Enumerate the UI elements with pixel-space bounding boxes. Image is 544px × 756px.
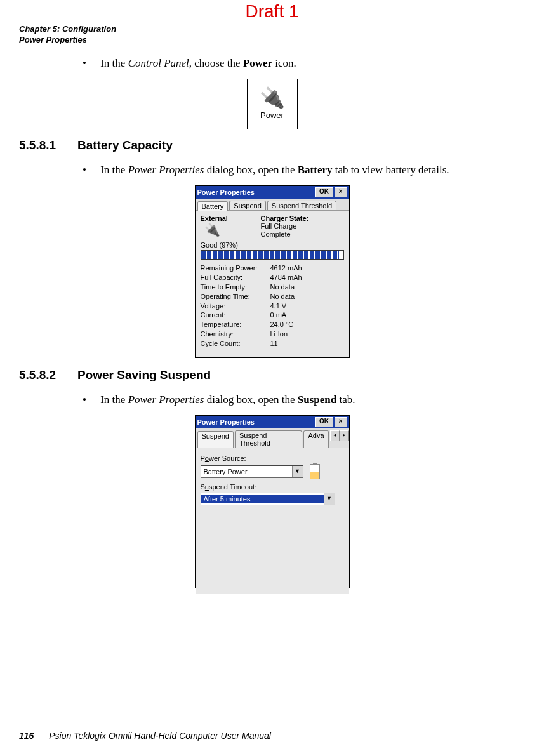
stat-k: Remaining Power: <box>201 263 270 273</box>
suspend-timeout-combo[interactable]: After 5 minutes ▼ <box>201 493 335 505</box>
page-footer: 116 Psion Teklogix Omnii Hand-Held Compu… <box>19 731 271 741</box>
titlebar: Power Properties OK × <box>196 186 349 199</box>
tab-suspend[interactable]: Suspend <box>229 201 265 210</box>
b2-post: tab to view battery details. <box>333 164 449 176</box>
bullet-3: • In the Power Properties dialog box, op… <box>83 394 525 406</box>
tab-suspend-threshold[interactable]: Suspend Threshold <box>267 201 336 210</box>
power-icon-tile[interactable]: 🔌 Power <box>247 79 298 129</box>
tab-suspend-threshold[interactable]: Suspend Threshold <box>235 430 302 448</box>
charger-line1: Full Charge <box>261 222 309 230</box>
stat-v: 24.0 °C <box>270 320 344 329</box>
ok-button[interactable]: OK <box>315 417 333 427</box>
b2-bold: Battery <box>298 164 333 176</box>
stat-v: 4.1 V <box>270 302 344 311</box>
chapter-header: Chapter 5: Configuration Power Propertie… <box>19 24 525 46</box>
b1-post: icon. <box>272 57 296 69</box>
footer-text: Psion Teklogix Omnii Hand-Held Computer … <box>49 731 271 741</box>
good-percent: Good (97%) <box>201 241 344 249</box>
dialog-title: Power Properties <box>197 418 314 426</box>
power-icon-label: Power <box>260 110 284 120</box>
combo-value: Battery Power <box>201 468 292 475</box>
power-properties-suspend-dialog: Power Properties OK × Suspend Suspend Th… <box>195 415 350 588</box>
stat-k: Voltage: <box>201 302 270 311</box>
lbl-part: spend Timeout: <box>209 483 256 491</box>
sec2-title: Power Saving Suspend <box>77 368 211 381</box>
dialog-title: Power Properties <box>197 189 314 196</box>
b1-ital: Control Panel <box>128 57 189 69</box>
stat-v: 11 <box>270 339 344 348</box>
stat-k: Current: <box>201 310 270 320</box>
power-source-combo[interactable]: Battery Power ▼ <box>201 465 303 478</box>
tab-scroll-left[interactable]: ◂ <box>330 430 340 441</box>
power-plug-icon: 🔌 <box>260 88 285 108</box>
stat-v: 0 mA <box>270 310 344 320</box>
battery-icon <box>310 464 320 479</box>
stat-k: Chemistry: <box>201 329 270 339</box>
power-properties-battery-dialog: Power Properties OK × Battery Suspend Su… <box>195 185 350 358</box>
stat-v: 4784 mAh <box>270 273 344 282</box>
tab-row: Battery Suspend Suspend Threshold <box>196 199 349 211</box>
stat-k: Time to Empty: <box>201 282 270 292</box>
stat-k: Cycle Count: <box>201 339 270 348</box>
stat-v: No data <box>270 292 344 302</box>
sec2-num: 5.5.8.2 <box>19 368 77 382</box>
suspend-timeout-label: Suspend Timeout: <box>201 483 344 491</box>
section-5581: 5.5.8.1Battery Capacity <box>19 138 525 152</box>
charger-state-label: Charger State: <box>261 215 309 222</box>
external-label: External <box>201 215 261 222</box>
b1-bold: Power <box>243 57 272 69</box>
plug-icon: 🔌 <box>204 223 261 236</box>
sec1-num: 5.5.8.1 <box>19 138 77 152</box>
bullet-2: • In the Power Properties dialog box, op… <box>83 164 525 176</box>
chapter-line2: Power Properties <box>19 35 525 46</box>
power-source-label: Power Source: <box>201 454 344 462</box>
sec1-title: Battery Capacity <box>77 138 173 152</box>
chapter-line1: Chapter 5: Configuration <box>19 24 525 35</box>
lbl-part: P <box>201 454 205 462</box>
stat-v: No data <box>270 282 344 292</box>
battery-stats: Remaining Power:4612 mAh Full Capacity:4… <box>201 263 344 348</box>
close-button[interactable]: × <box>335 187 347 197</box>
b3-pre: In the <box>100 394 128 406</box>
stat-v: Li-Ion <box>270 329 344 339</box>
b1-pre: In the <box>100 57 128 69</box>
b2-pre: In the <box>100 164 128 176</box>
chevron-down-icon[interactable]: ▼ <box>292 466 303 477</box>
lbl-part: wer Source: <box>209 454 246 462</box>
bullet-dot: • <box>83 57 86 69</box>
b3-post: tab. <box>336 394 355 406</box>
draft-watermark: Draft 1 <box>0 1 544 22</box>
stat-k: Full Capacity: <box>201 273 270 282</box>
b3-ital: Power Properties <box>128 394 204 406</box>
lbl-part: S <box>201 483 205 491</box>
tab-suspend[interactable]: Suspend <box>197 431 234 448</box>
ok-button[interactable]: OK <box>315 187 333 197</box>
charger-line2: Complete <box>261 230 309 239</box>
b3-bold: Suspend <box>298 394 336 406</box>
stat-v: 4612 mAh <box>270 263 344 273</box>
dialog-body: Power Source: Battery Power ▼ Suspend Ti… <box>196 448 349 594</box>
b3-mid: dialog box, open the <box>204 394 297 406</box>
battery-progress <box>201 250 344 260</box>
tab-battery[interactable]: Battery <box>197 201 229 211</box>
b2-ital: Power Properties <box>128 164 204 176</box>
b1-mid: , choose the <box>189 57 243 69</box>
titlebar: Power Properties OK × <box>196 416 349 428</box>
tab-advanced[interactable]: Adva <box>303 430 328 448</box>
combo-value: After 5 minutes <box>201 495 324 503</box>
chevron-down-icon[interactable]: ▼ <box>324 493 335 505</box>
bullet-dot: • <box>83 394 86 406</box>
b2-mid: dialog box, open the <box>204 164 297 176</box>
section-5582: 5.5.8.2Power Saving Suspend <box>19 368 525 382</box>
close-button[interactable]: × <box>335 417 347 427</box>
bullet-1: • In the Control Panel, choose the Power… <box>83 57 525 70</box>
stat-k: Operating Time: <box>201 292 270 302</box>
page-number: 116 <box>19 731 34 741</box>
stat-k: Temperature: <box>201 320 270 329</box>
bullet-dot: • <box>83 164 86 176</box>
tab-scroll-right[interactable]: ▸ <box>340 430 349 441</box>
dialog-body: External 🔌 Charger State: Full Charge Co… <box>196 211 349 357</box>
tab-row: Suspend Suspend Threshold Adva ◂ ▸ <box>196 428 349 448</box>
